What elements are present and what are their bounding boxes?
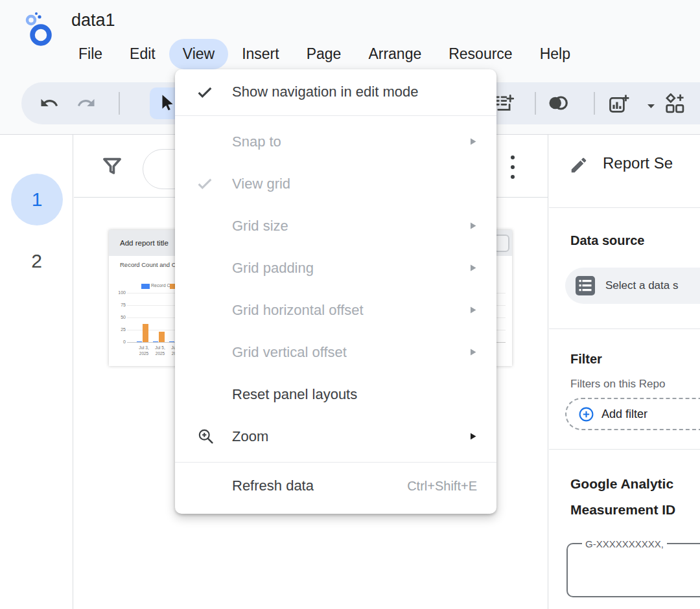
select-data-source-button[interactable]: Select a data s (565, 268, 700, 304)
add-control-icon[interactable] (664, 93, 684, 113)
y-tick-50: 50 (109, 315, 126, 319)
menu-item-refresh-data[interactable]: Refresh data Ctrl+Shift+E (175, 467, 496, 505)
filter-subheading: Filters on this Repo (570, 378, 665, 391)
report-title-placeholder[interactable]: Add report title (120, 230, 169, 256)
add-chart-icon[interactable] (609, 93, 628, 113)
filter-heading: Filter (570, 352, 602, 367)
submenu-arrow-icon (470, 432, 477, 441)
submenu-arrow-icon (470, 222, 477, 230)
measurement-id-field-label: G-XXXXXXXXXX, (582, 538, 667, 549)
menu-item-snap-to: Snap to (175, 121, 496, 163)
data-source-heading: Data source (570, 233, 645, 248)
y-tick-0: 0 (109, 339, 126, 344)
filter-lines-icon (159, 164, 167, 176)
document-title[interactable]: data1 (71, 10, 115, 30)
properties-header: Report Se (548, 135, 700, 207)
bar-series2 (159, 332, 165, 342)
y-tick-100: 100 (109, 290, 126, 295)
select-tool-icon[interactable] (158, 93, 177, 113)
select-data-source-label: Select a data s (605, 268, 678, 304)
menu-item-show-navigation[interactable]: Show navigation in edit mode (175, 73, 496, 111)
menu-edit[interactable]: Edit (116, 39, 169, 69)
add-circle-icon (578, 406, 594, 425)
ga-heading-line1: Google Analytic (570, 476, 673, 492)
menubar: File Edit View Insert Page Arrange Resou… (65, 39, 584, 69)
menu-item-grid-size: Grid size (175, 205, 496, 247)
toolbar-separator (535, 92, 536, 115)
more-options-icon[interactable] (511, 155, 515, 185)
add-filter-label: Add filter (601, 399, 648, 430)
edit-pencil-icon (569, 155, 589, 178)
menu-item-view-grid: View grid (175, 163, 496, 205)
zoom-in-icon (197, 428, 232, 445)
menu-file[interactable]: File (65, 39, 116, 69)
looker-studio-window: data1 File Edit View Insert Page Arrange… (0, 0, 700, 609)
menu-item-grid-horizontal-offset: Grid horizontal offset (175, 289, 496, 331)
blend-data-icon[interactable] (548, 93, 567, 113)
add-data-icon[interactable] (495, 93, 514, 113)
bar-series1 (137, 341, 142, 343)
panel-title: Report Se (603, 154, 673, 172)
ga-heading-line2: Measurement ID (570, 502, 675, 518)
menu-divider (175, 462, 496, 463)
chart-title: Record Count and C (120, 261, 176, 268)
menu-item-zoom[interactable]: Zoom (175, 415, 496, 457)
keyboard-shortcut: Ctrl+Shift+E (407, 479, 477, 494)
panel-divider (549, 328, 700, 329)
bar-series1 (153, 341, 158, 343)
submenu-arrow-icon (470, 264, 477, 272)
menu-item-reset-panel-layouts[interactable]: Reset panel layouts (175, 373, 496, 415)
panel-divider (549, 207, 700, 208)
menu-view[interactable]: View (169, 39, 228, 69)
toolbar-separator (594, 92, 595, 115)
legend-swatch-series1 (141, 284, 150, 289)
menu-item-grid-vertical-offset: Grid vertical offset (175, 331, 496, 373)
filter-funnel-icon[interactable] (101, 155, 123, 180)
menu-page[interactable]: Page (293, 39, 355, 69)
check-icon (197, 178, 232, 190)
submenu-arrow-icon (470, 306, 477, 314)
submenu-arrow-icon (470, 348, 477, 356)
menu-insert[interactable]: Insert (228, 39, 293, 69)
y-tick-25: 25 (109, 327, 126, 332)
properties-panel: Report Se Data source Select a data s Fi… (548, 135, 700, 609)
y-tick-75: 75 (109, 303, 126, 307)
menu-help[interactable]: Help (526, 39, 584, 69)
page-item-1[interactable]: 1 (11, 174, 63, 225)
redo-icon (76, 93, 96, 113)
looker-studio-logo-icon[interactable] (23, 10, 53, 51)
submenu-arrow-icon (470, 137, 477, 146)
bar-series2 (143, 324, 148, 342)
data-source-icon (576, 276, 595, 298)
pages-panel: 1 2 (0, 135, 73, 609)
panel-divider (549, 449, 700, 450)
view-menu-dropdown: Show navigation in edit mode Snap to Vie… (175, 69, 496, 514)
add-filter-button[interactable]: Add filter (565, 398, 700, 430)
check-icon (197, 86, 232, 98)
menu-arrange[interactable]: Arrange (355, 39, 435, 69)
undo-icon[interactable] (40, 93, 59, 113)
menu-divider (175, 115, 496, 116)
add-chart-caret-icon[interactable] (647, 100, 655, 112)
measurement-id-field[interactable]: G-XXXXXXXXXX, (566, 543, 700, 597)
bar-series1 (169, 341, 174, 343)
page-item-2[interactable]: 2 (0, 250, 73, 272)
menu-item-grid-padding: Grid padding (175, 247, 496, 289)
menu-resource[interactable]: Resource (435, 39, 526, 69)
toolbar-separator (119, 92, 120, 115)
